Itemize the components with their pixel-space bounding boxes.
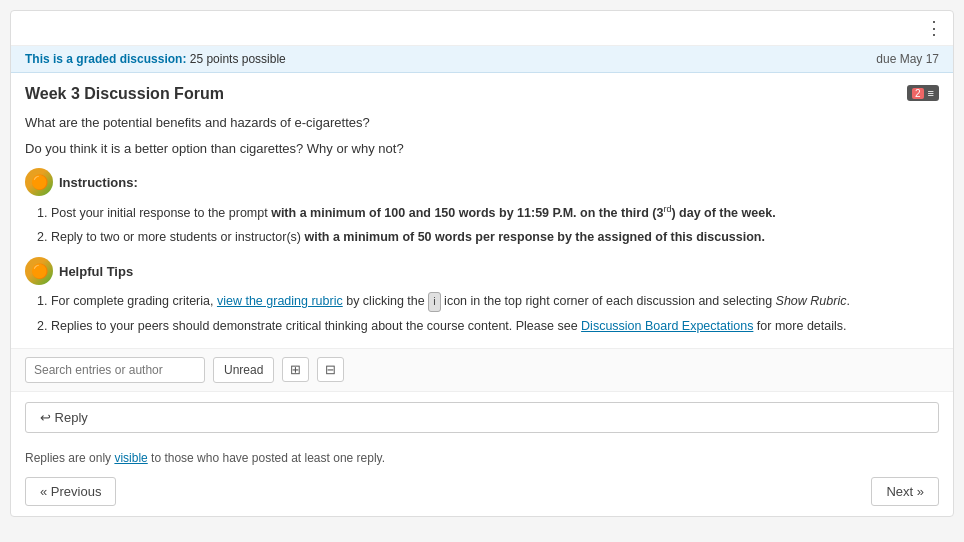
helpful-tips-header: 🟠 Helpful Tips <box>25 257 939 285</box>
forum-title-row: Week 3 Discussion Forum 2 ≡ <box>25 85 939 103</box>
visibility-note: Replies are only visible to those who ha… <box>11 443 953 469</box>
helpful-tips-avatar: 🟠 <box>25 257 53 285</box>
main-container: ⋮ This is a graded discussion: 25 points… <box>10 10 954 517</box>
helpful-tips-title: Helpful Tips <box>59 264 133 279</box>
due-date: due May 17 <box>876 52 939 66</box>
next-button[interactable]: Next » <box>871 477 939 506</box>
instructions-title: Instructions: <box>59 175 138 190</box>
title-badge[interactable]: 2 ≡ <box>907 85 939 101</box>
tip-item-1: For complete grading criteria, view the … <box>29 291 939 312</box>
top-bar: ⋮ <box>11 11 953 46</box>
tip-1-post: icon in the top right corner of each dis… <box>441 294 776 308</box>
inst-1-bold: with a minimum of 100 and 150 words by 1… <box>271 206 663 220</box>
question-2: Do you think it is a better option than … <box>25 139 939 159</box>
tip-item-2: Replies to your peers should demonstrate… <box>29 316 939 336</box>
instructions-list: Post your initial response to the prompt… <box>25 202 939 247</box>
visibility-post: to those who have posted at least one re… <box>148 451 385 465</box>
tip-1-link[interactable]: view the grading rubric <box>217 294 343 308</box>
kebab-menu-icon[interactable]: ⋮ <box>925 19 943 37</box>
tip-1-end: . <box>846 294 849 308</box>
forum-title: Week 3 Discussion Forum <box>25 85 224 103</box>
graded-info: This is a graded discussion: 25 points p… <box>25 52 286 66</box>
tip-1-italic: Show Rubric <box>776 294 847 308</box>
content-area: Week 3 Discussion Forum 2 ≡ What are the… <box>11 73 953 348</box>
inst-1-pre: Post your initial response to the prompt <box>51 206 271 220</box>
visibility-pre: Replies are only <box>25 451 114 465</box>
instructions-header: 🟠 Instructions: <box>25 168 939 196</box>
reply-button[interactable]: ↩ Reply <box>25 402 939 433</box>
badge-num: 2 <box>912 88 924 99</box>
tip-2-link[interactable]: Discussion Board Expectations <box>581 319 753 333</box>
inst-2-pre: Reply to two or more students or instruc… <box>51 230 305 244</box>
helpful-tips-list: For complete grading criteria, view the … <box>25 291 939 336</box>
bottom-nav: « Previous Next » <box>11 469 953 516</box>
instruction-item-1: Post your initial response to the prompt… <box>29 202 939 223</box>
collapse-button[interactable]: ⊟ <box>317 357 344 382</box>
graded-label: This is a graded discussion: <box>25 52 186 66</box>
badge-icon: ≡ <box>928 87 934 99</box>
question-1: What are the potential benefits and haza… <box>25 113 939 133</box>
graded-banner: This is a graded discussion: 25 points p… <box>11 46 953 73</box>
points-value: 25 points possible <box>190 52 286 66</box>
info-chip: i <box>428 292 440 312</box>
tip-2-pre: Replies to your peers should demonstrate… <box>51 319 581 333</box>
previous-button[interactable]: « Previous <box>25 477 116 506</box>
reply-row: ↩ Reply <box>11 391 953 443</box>
instructions-avatar: 🟠 <box>25 168 53 196</box>
inst-1-bold2: ) day of the week. <box>671 206 775 220</box>
inst-2-bold: with a minimum of 50 words per response … <box>304 230 765 244</box>
instruction-item-2: Reply to two or more students or instruc… <box>29 227 939 247</box>
tip-1-mid: by clicking the <box>343 294 428 308</box>
expand-button[interactable]: ⊞ <box>282 357 309 382</box>
tip-2-post: for more details. <box>753 319 846 333</box>
instructions-section: 🟠 Instructions: Post your initial respon… <box>25 168 939 247</box>
tip-1-pre: For complete grading criteria, <box>51 294 217 308</box>
visible-link[interactable]: visible <box>114 451 147 465</box>
unread-button[interactable]: Unread <box>213 357 274 383</box>
search-filter-row: Unread ⊞ ⊟ <box>11 348 953 391</box>
search-input[interactable] <box>25 357 205 383</box>
helpful-tips-section: 🟠 Helpful Tips For complete grading crit… <box>25 257 939 336</box>
